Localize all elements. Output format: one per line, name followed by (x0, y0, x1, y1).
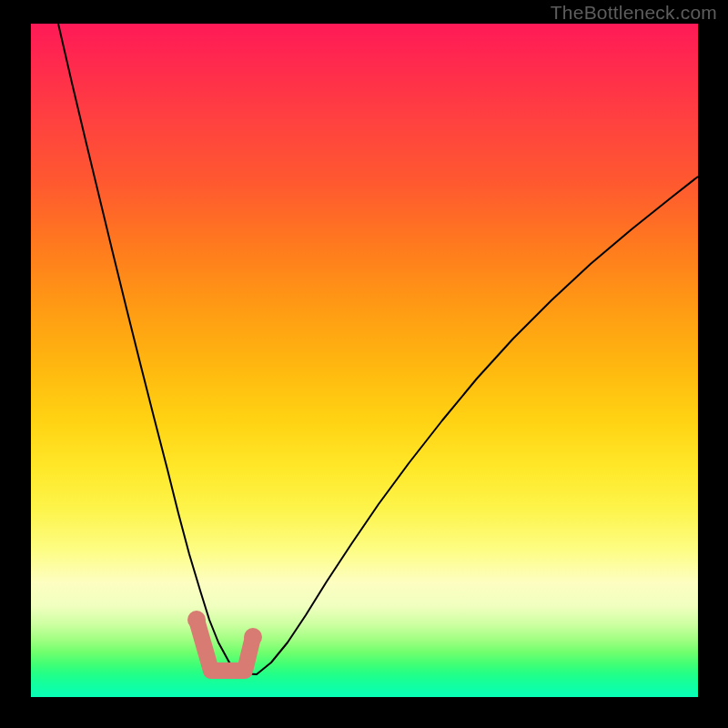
chart-frame: TheBottleneck.com (0, 0, 728, 728)
watermark: TheBottleneck.com (551, 2, 717, 24)
curve-layer (31, 24, 698, 697)
marker-dot (244, 628, 262, 646)
optimal-marker (197, 620, 253, 671)
bottleneck-curve (58, 24, 698, 674)
marker-dot (187, 611, 206, 629)
plot-area (31, 24, 698, 697)
